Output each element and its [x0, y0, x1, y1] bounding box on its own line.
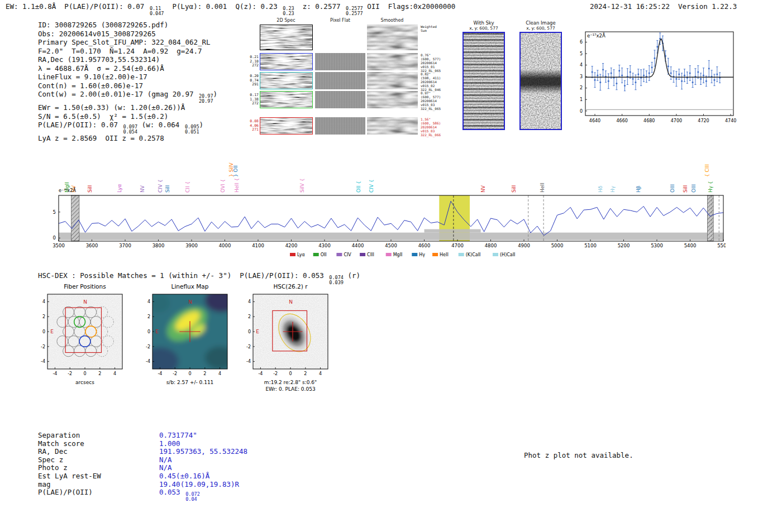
cutout-ytick-label: 2 [147, 314, 150, 319]
match-row: Photo zN/A [38, 464, 247, 472]
line-fit-plot: 0123456464046604680470047204740e⁻¹⁷x2Å [569, 26, 753, 132]
spec2d-row-right-label: 0.82"(598, 411)20200614v015_02322_RL_046 [421, 72, 441, 92]
spec2d-image [260, 53, 313, 70]
match-table: Separation0.731774"Match score1.000RA, D… [38, 432, 247, 501]
spectrum-xtick-label: 4800 [485, 243, 497, 248]
cutout-ytick-label: 4 [147, 299, 150, 304]
emission-line-label: NV [140, 185, 145, 193]
cutout-title: Fiber Positions [64, 283, 106, 290]
match-row: Match score1.000 [38, 440, 247, 448]
emission-line-label: OIII [670, 184, 675, 193]
cutout-xtick-label: -2 [273, 371, 278, 376]
smoothed-image [367, 53, 418, 70]
emission-line-label: OVI { [220, 179, 226, 193]
info-line: Obs: 20200614v015_3008729265 [38, 30, 217, 39]
legend-swatch [412, 253, 417, 256]
emission-line-label: SiIV { [299, 178, 305, 193]
spectrum-xtick-label: 4600 [418, 243, 431, 248]
emission-line-label: SiII [511, 185, 517, 193]
legend-label: (H)CaII [500, 252, 515, 257]
cutout-ytick-label: 0 [147, 329, 150, 334]
spec2d-row-right-label: 0.97"(600, 577)20200614v015_03322_RL_065 [421, 91, 441, 111]
spectrum-ytick-label: 5 [53, 209, 56, 215]
legend-label: CIII [367, 252, 374, 257]
info-line: Cont(n) = 1.60(±0.06)e-17 [38, 82, 217, 90]
spec2d-image [260, 117, 313, 135]
legend-swatch [493, 253, 498, 256]
spectrum-ytick-label: 0 [53, 235, 56, 241]
legend-label: Lyα [297, 252, 305, 257]
pixel-flat-image [315, 53, 365, 70]
legend-swatch [290, 253, 295, 256]
spec2d-row-left-label: 0.200.74291 [247, 74, 259, 87]
spec2d-row-right-label: 0.76"(600, 577)20200614v015_01322_RL_065 [421, 53, 441, 73]
match-row: RA, Dec191.957363, 55.532248 [38, 448, 247, 456]
spectrum-legend: LyαOIICIVCIIIMgIIHγHeII(K)CaII(H)CaII [290, 252, 515, 257]
smoothed-image [367, 72, 418, 89]
spectrum-xtick-label: 5100 [584, 243, 597, 248]
info-line: F=2.0" T=0.170 N̄=1.24 A=0.92 g=24.7 [38, 47, 217, 56]
lineflux-feature [205, 288, 236, 312]
spec2d-row-left-label: 0.084.06271 [247, 119, 259, 132]
zoom-ytick-label: 4 [580, 63, 583, 68]
compass-east-label: E [50, 329, 54, 334]
cutout-xtick-label: 2 [98, 371, 101, 376]
spec2d-col-header-2dspec: 2D Spec [276, 18, 295, 23]
summary-header: EW: 1.1±0.8Å P(LAE)/P(OII): 0.07 0.110.0… [6, 2, 455, 16]
lineflux-map-plot: Lineflux Map-4-4-2-2002244s/b: 2.57 +/- … [137, 282, 236, 400]
with-sky-image [462, 32, 505, 130]
compass-north-label: N [83, 299, 87, 305]
info-line: P(LAE)/P(OII): 0.07 0.0970.054 (w: 0.064… [38, 121, 217, 134]
stacked-fraction: 0.25770.2577 [346, 6, 363, 16]
spectrum-xtick-label: 4100 [252, 243, 264, 248]
zoom-xtick-label: 4700 [671, 118, 682, 123]
spec2d-row-left-label: 0.212.10272 [247, 55, 259, 68]
match-label: P(LAE)/P(OII) [38, 488, 159, 497]
zoom-ytick-label: 0 [580, 109, 583, 114]
stacked-fraction: 0.0950.051 [185, 124, 199, 134]
cutout-image [253, 294, 328, 369]
compass-north-label: N [289, 299, 293, 305]
cutout-caption: EWr: 0. PLAE: 0.053 [265, 386, 315, 392]
spectrum-xtick-label: 3500 [53, 243, 65, 248]
cutout-xtick-label: 2 [203, 371, 206, 376]
photz-note: Phot z plot not available. [524, 451, 633, 459]
match-value: 0.45(±0.16)Å [159, 472, 209, 480]
clean-image-coords: x, y: 600, 577 [519, 26, 562, 31]
emission-line-label: Hβ [636, 185, 641, 193]
zoom-xtick-label: 4740 [725, 118, 736, 123]
timestamp-version: 2024-12-31 16:25:22 Version 1.22.3 [590, 2, 737, 11]
legend-label: (K)CaII [466, 252, 481, 257]
cutout-ytick-label: 4 [42, 299, 45, 304]
legend-swatch [313, 253, 319, 256]
info-line: Cont(w) = 2.00(±0.01)e-17 (gmag 20.97 20… [38, 90, 217, 103]
cutout-image [47, 294, 122, 369]
legend-label: CIV [344, 252, 351, 257]
spectrum-xtick-label: 4900 [518, 243, 530, 248]
cutout-caption: m:19.2 re:2.8" s:0.6" [264, 380, 317, 385]
cutout-title: Lineflux Map [171, 283, 209, 290]
cutout-ytick-label: -4 [146, 359, 150, 364]
spec2d-row-left-label: 0.171.38272 [247, 93, 259, 106]
spectrum-xtick-label: 5000 [551, 243, 564, 248]
cutout-ytick-label: -2 [41, 344, 45, 349]
match-row: mag19.40(19.09,19.83)R [38, 481, 247, 489]
info-line: S/N = 6.5(±0.5) χ² = 1.5(±0.2) [38, 112, 217, 121]
sky-noise-texture [464, 33, 504, 129]
match-row: P(LAE)/P(OII)0.053 0.0720.04 [38, 488, 247, 501]
info-line: Primary Spec_Slot_IFU_AMP: 322_084_062_R… [38, 38, 217, 47]
pixel-flat-image [315, 91, 365, 108]
match-value: 1.000 [159, 439, 180, 448]
with-sky-title: With Sky [462, 20, 505, 26]
cutout-title: HSC(26.2) r [273, 283, 308, 290]
match-value: 0.731774" [159, 431, 197, 439]
info-line: LineFlux = 9.10(±2.00)e-17 [38, 73, 217, 82]
match-row: Spec zN/A [38, 456, 247, 464]
clean-image-title: Clean Image [519, 20, 562, 26]
match-value: 0.053 0.0720.04 [159, 488, 200, 496]
spec2d-row-right-label: 1.56"(600, 586)20200614v015_03322_RL_066 [421, 117, 441, 137]
spectrum-xtick-label: 4400 [352, 243, 364, 248]
with-sky-coords: x, y: 600, 577 [462, 26, 505, 31]
fiber-positions-plot: Fiber Positions-4-4-2-2002244arcsecsNE [32, 282, 131, 400]
emission-line-label: CII { [185, 181, 190, 193]
